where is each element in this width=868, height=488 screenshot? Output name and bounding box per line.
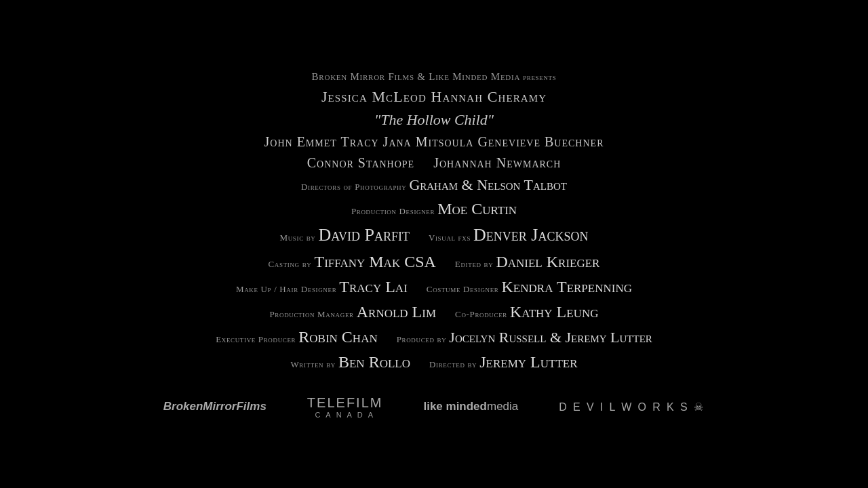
production-companies: Broken Mirror Films & Like Minded Media [312, 71, 521, 82]
line-music-vfx: Music by David Parfit Visual fxs Denver … [0, 222, 868, 249]
prod-manager-label: Production Manager [269, 309, 353, 319]
presents-label: presents [523, 72, 556, 82]
coproducer-name: Kathy Leung [510, 303, 599, 321]
line-title: "The Hollow Child" [0, 108, 868, 131]
line-makeup-costume: Make Up / Hair Designer Tracy Lai Costum… [0, 274, 868, 300]
exec-producer-name: Robin Chan [298, 328, 377, 346]
editor-name: Daniel Krieger [496, 253, 599, 270]
costume-name: Kendra Terpenning [502, 278, 632, 296]
logos-row: BrokenMirrorFilms TELEFILM C A N A D A l… [0, 394, 868, 420]
makeup-name: Tracy Lai [339, 278, 408, 296]
logo-devilworks: D E V I L W O R K S ☠ [559, 401, 705, 413]
line-written-directed: Written by Ben Rollo Directed by Jeremy … [0, 350, 868, 375]
coproducer-label: Co-Producer [455, 309, 507, 319]
line-prod-designer: Production Designer Moe Curtin [0, 197, 868, 222]
vfx-label: Visual fxs [429, 232, 471, 243]
actors-main: Jessica McLeod Hannah Cheramy [321, 88, 547, 105]
movie-title: "The Hollow Child" [374, 111, 494, 128]
actors-secondary: John Emmet Tracy Jana Mitsoula Genevieve… [264, 134, 604, 149]
prod-designer-name: Moe Curtin [437, 200, 517, 218]
written-label: Written by [290, 359, 336, 369]
credits-container: Broken Mirror Films & Like Minded Media … [0, 55, 868, 433]
line-actors-main: Jessica McLeod Hannah Cheramy [0, 85, 868, 108]
logo-broken-mirror: BrokenMirrorFilms [163, 400, 267, 413]
actor-newmarch: Johannah Newmarch [433, 155, 561, 170]
written-name: Ben Rollo [338, 353, 410, 371]
directed-name: Jeremy Lutter [479, 353, 577, 371]
prod-manager-name: Arnold Lim [357, 303, 436, 321]
editor-label: Edited by [455, 259, 494, 269]
prod-designer-label: Production Designer [351, 206, 435, 216]
music-name: David Parfit [319, 225, 410, 245]
produced-name: Jocelyn Russell & Jeremy Lutter [449, 329, 652, 346]
line-exec-producer: Executive Producer Robin Chan Produced b… [0, 325, 868, 350]
line-actors-tertiary: Connor Stanhope Johannah Newmarch [0, 152, 868, 174]
casting-label: Casting by [269, 259, 312, 269]
produced-label: Produced by [397, 334, 447, 344]
logo-like-minded: like mindedmedia [423, 400, 518, 413]
costume-label: Costume Designer [427, 284, 499, 294]
music-label: Music by [279, 232, 315, 243]
actor-stanhope: Connor Stanhope [307, 155, 414, 170]
line-prod-manager-coproducer: Production Manager Arnold Lim Co-Produce… [0, 300, 868, 325]
vfx-name: Denver Jackson [473, 225, 588, 245]
exec-producer-label: Executive Producer [216, 334, 296, 344]
dop-name: Graham & Nelson Talbot [409, 176, 567, 193]
dop-label: Directors of Photography [301, 182, 406, 192]
line-casting-edited: Casting by Tiffany Mak CSA Edited by Dan… [0, 249, 868, 274]
line-actors-secondary: John Emmet Tracy Jana Mitsoula Genevieve… [0, 131, 868, 152]
line-dop: Directors of Photography Graham & Nelson… [0, 174, 868, 197]
line-presents: Broken Mirror Films & Like Minded Media … [0, 68, 868, 85]
casting-name: Tiffany Mak CSA [314, 253, 435, 270]
directed-label: Directed by [429, 359, 477, 369]
logo-telefilm: TELEFILM C A N A D A [307, 394, 383, 420]
makeup-label: Make Up / Hair Designer [236, 284, 336, 294]
